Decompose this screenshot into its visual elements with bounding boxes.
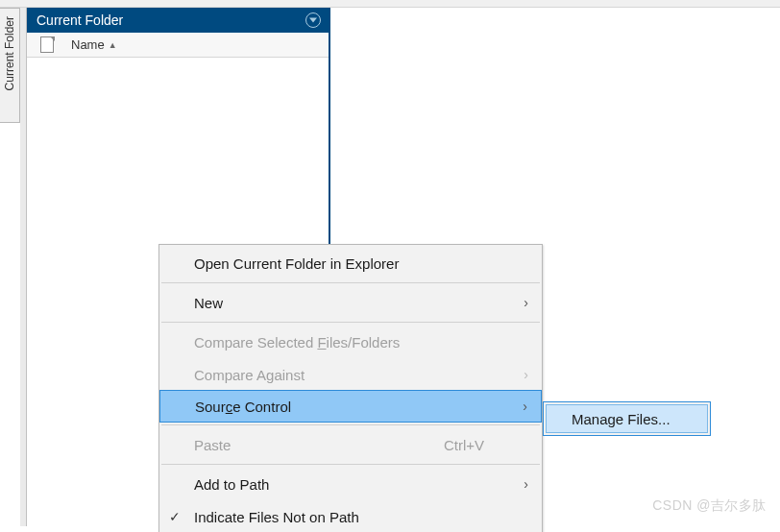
menu-label: Paste	[194, 437, 231, 453]
source-control-submenu: Manage Files...	[543, 401, 711, 436]
menu-compare-selected: Compare Selected Files/Folders	[159, 326, 542, 358]
shortcut-text: Ctrl+V	[444, 437, 484, 453]
menu-label: Source Control	[195, 399, 291, 415]
panel-title-bar[interactable]: Current Folder	[27, 8, 329, 33]
menu-paste: Paste Ctrl+V	[159, 428, 542, 461]
menu-label: Add to Path	[194, 476, 269, 493]
checkmark-icon: ✓	[169, 509, 181, 524]
context-menu: Open Current Folder in Explorer New › Co…	[158, 244, 543, 532]
side-tab-label: Current Folder	[3, 16, 16, 90]
submenu-arrow-icon: ›	[524, 367, 528, 382]
menu-label: Compare Against	[194, 367, 305, 383]
collapsed-side-tab[interactable]: Current Folder	[0, 8, 20, 123]
menu-separator	[161, 464, 540, 465]
file-type-icon	[40, 36, 56, 54]
watermark-text: CSDN @吉尔多肽	[652, 497, 767, 515]
menu-separator	[161, 322, 540, 323]
menu-label: Indicate Files Not on Path	[194, 509, 359, 525]
menu-indicate-files[interactable]: ✓ Indicate Files Not on Path	[159, 500, 542, 532]
menu-add-to-path[interactable]: Add to Path ›	[159, 468, 542, 500]
submenu-arrow-icon: ›	[524, 295, 528, 310]
menu-compare-against: Compare Against ›	[159, 358, 542, 391]
submenu-manage-files[interactable]: Manage Files...	[546, 404, 708, 433]
menu-separator	[161, 424, 540, 425]
menu-new[interactable]: New ›	[159, 286, 542, 319]
menu-label: New	[194, 295, 223, 311]
column-header-row[interactable]: Name ▲	[27, 33, 329, 58]
panel-gutter	[20, 8, 27, 526]
svg-marker-0	[309, 18, 317, 23]
sort-asc-icon: ▲	[109, 40, 117, 50]
menu-open-in-explorer[interactable]: Open Current Folder in Explorer	[159, 247, 542, 279]
submenu-arrow-icon: ›	[523, 399, 527, 414]
panel-menu-icon[interactable]	[305, 12, 321, 28]
submenu-arrow-icon: ›	[524, 476, 528, 492]
menu-label: Manage Files...	[572, 411, 670, 427]
panel-title-text: Current Folder	[37, 12, 123, 28]
menu-separator	[161, 282, 540, 283]
top-toolbar-strip	[0, 0, 780, 8]
column-header-name: Name	[71, 37, 105, 52]
menu-source-control[interactable]: Source Control ›	[159, 390, 542, 423]
menu-label: Compare Selected Files/Folders	[194, 334, 400, 351]
menu-label: Open Current Folder in Explorer	[194, 255, 399, 272]
